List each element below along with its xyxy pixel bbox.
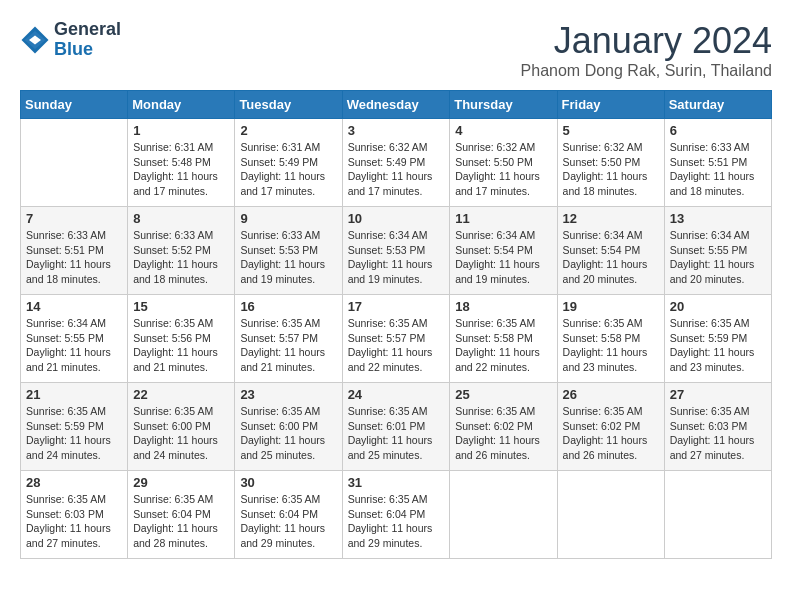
calendar-cell: 26Sunrise: 6:35 AM Sunset: 6:02 PM Dayli… <box>557 383 664 471</box>
day-info: Sunrise: 6:35 AM Sunset: 6:04 PM Dayligh… <box>348 492 445 551</box>
weekday-header-saturday: Saturday <box>664 91 771 119</box>
logo-text: General Blue <box>54 20 121 60</box>
calendar-cell: 30Sunrise: 6:35 AM Sunset: 6:04 PM Dayli… <box>235 471 342 559</box>
weekday-header-monday: Monday <box>128 91 235 119</box>
calendar-week-row: 1Sunrise: 6:31 AM Sunset: 5:48 PM Daylig… <box>21 119 772 207</box>
day-info: Sunrise: 6:35 AM Sunset: 5:59 PM Dayligh… <box>670 316 766 375</box>
calendar-cell: 9Sunrise: 6:33 AM Sunset: 5:53 PM Daylig… <box>235 207 342 295</box>
day-info: Sunrise: 6:34 AM Sunset: 5:53 PM Dayligh… <box>348 228 445 287</box>
day-info: Sunrise: 6:35 AM Sunset: 6:04 PM Dayligh… <box>133 492 229 551</box>
day-number: 5 <box>563 123 659 138</box>
weekday-header-friday: Friday <box>557 91 664 119</box>
calendar-cell: 23Sunrise: 6:35 AM Sunset: 6:00 PM Dayli… <box>235 383 342 471</box>
weekday-header-wednesday: Wednesday <box>342 91 450 119</box>
location: Phanom Dong Rak, Surin, Thailand <box>521 62 772 80</box>
weekday-header-tuesday: Tuesday <box>235 91 342 119</box>
calendar-cell: 4Sunrise: 6:32 AM Sunset: 5:50 PM Daylig… <box>450 119 557 207</box>
weekday-header-thursday: Thursday <box>450 91 557 119</box>
calendar-cell: 17Sunrise: 6:35 AM Sunset: 5:57 PM Dayli… <box>342 295 450 383</box>
day-number: 24 <box>348 387 445 402</box>
weekday-header-sunday: Sunday <box>21 91 128 119</box>
calendar-cell: 18Sunrise: 6:35 AM Sunset: 5:58 PM Dayli… <box>450 295 557 383</box>
day-number: 28 <box>26 475 122 490</box>
day-info: Sunrise: 6:35 AM Sunset: 6:00 PM Dayligh… <box>133 404 229 463</box>
day-info: Sunrise: 6:32 AM Sunset: 5:50 PM Dayligh… <box>563 140 659 199</box>
day-info: Sunrise: 6:35 AM Sunset: 6:01 PM Dayligh… <box>348 404 445 463</box>
day-number: 25 <box>455 387 551 402</box>
day-info: Sunrise: 6:35 AM Sunset: 6:02 PM Dayligh… <box>455 404 551 463</box>
day-info: Sunrise: 6:34 AM Sunset: 5:55 PM Dayligh… <box>670 228 766 287</box>
day-number: 30 <box>240 475 336 490</box>
day-number: 11 <box>455 211 551 226</box>
day-number: 26 <box>563 387 659 402</box>
day-info: Sunrise: 6:35 AM Sunset: 6:03 PM Dayligh… <box>670 404 766 463</box>
day-number: 3 <box>348 123 445 138</box>
calendar-cell: 6Sunrise: 6:33 AM Sunset: 5:51 PM Daylig… <box>664 119 771 207</box>
day-info: Sunrise: 6:34 AM Sunset: 5:54 PM Dayligh… <box>563 228 659 287</box>
day-number: 17 <box>348 299 445 314</box>
page-header: General Blue January 2024 Phanom Dong Ra… <box>20 20 772 80</box>
day-info: Sunrise: 6:35 AM Sunset: 5:59 PM Dayligh… <box>26 404 122 463</box>
calendar-cell: 28Sunrise: 6:35 AM Sunset: 6:03 PM Dayli… <box>21 471 128 559</box>
day-number: 31 <box>348 475 445 490</box>
calendar-cell: 31Sunrise: 6:35 AM Sunset: 6:04 PM Dayli… <box>342 471 450 559</box>
day-number: 8 <box>133 211 229 226</box>
calendar-cell <box>664 471 771 559</box>
day-info: Sunrise: 6:35 AM Sunset: 5:56 PM Dayligh… <box>133 316 229 375</box>
calendar-week-row: 28Sunrise: 6:35 AM Sunset: 6:03 PM Dayli… <box>21 471 772 559</box>
day-info: Sunrise: 6:33 AM Sunset: 5:51 PM Dayligh… <box>26 228 122 287</box>
calendar-cell: 10Sunrise: 6:34 AM Sunset: 5:53 PM Dayli… <box>342 207 450 295</box>
day-number: 14 <box>26 299 122 314</box>
day-number: 15 <box>133 299 229 314</box>
calendar-cell: 8Sunrise: 6:33 AM Sunset: 5:52 PM Daylig… <box>128 207 235 295</box>
day-number: 23 <box>240 387 336 402</box>
calendar-cell: 27Sunrise: 6:35 AM Sunset: 6:03 PM Dayli… <box>664 383 771 471</box>
calendar-cell: 24Sunrise: 6:35 AM Sunset: 6:01 PM Dayli… <box>342 383 450 471</box>
month-title: January 2024 <box>521 20 772 62</box>
day-info: Sunrise: 6:34 AM Sunset: 5:54 PM Dayligh… <box>455 228 551 287</box>
day-number: 19 <box>563 299 659 314</box>
day-info: Sunrise: 6:35 AM Sunset: 5:57 PM Dayligh… <box>348 316 445 375</box>
calendar-week-row: 7Sunrise: 6:33 AM Sunset: 5:51 PM Daylig… <box>21 207 772 295</box>
calendar-cell: 12Sunrise: 6:34 AM Sunset: 5:54 PM Dayli… <box>557 207 664 295</box>
calendar-cell: 16Sunrise: 6:35 AM Sunset: 5:57 PM Dayli… <box>235 295 342 383</box>
day-number: 6 <box>670 123 766 138</box>
day-info: Sunrise: 6:31 AM Sunset: 5:48 PM Dayligh… <box>133 140 229 199</box>
calendar-cell <box>450 471 557 559</box>
day-number: 18 <box>455 299 551 314</box>
day-number: 27 <box>670 387 766 402</box>
day-info: Sunrise: 6:35 AM Sunset: 6:00 PM Dayligh… <box>240 404 336 463</box>
calendar-cell: 15Sunrise: 6:35 AM Sunset: 5:56 PM Dayli… <box>128 295 235 383</box>
day-info: Sunrise: 6:35 AM Sunset: 6:03 PM Dayligh… <box>26 492 122 551</box>
day-number: 1 <box>133 123 229 138</box>
day-info: Sunrise: 6:35 AM Sunset: 5:57 PM Dayligh… <box>240 316 336 375</box>
logo: General Blue <box>20 20 121 60</box>
day-number: 22 <box>133 387 229 402</box>
day-number: 16 <box>240 299 336 314</box>
day-number: 20 <box>670 299 766 314</box>
day-info: Sunrise: 6:34 AM Sunset: 5:55 PM Dayligh… <box>26 316 122 375</box>
day-number: 9 <box>240 211 336 226</box>
calendar-cell: 1Sunrise: 6:31 AM Sunset: 5:48 PM Daylig… <box>128 119 235 207</box>
calendar-cell: 22Sunrise: 6:35 AM Sunset: 6:00 PM Dayli… <box>128 383 235 471</box>
calendar-cell: 3Sunrise: 6:32 AM Sunset: 5:49 PM Daylig… <box>342 119 450 207</box>
day-info: Sunrise: 6:35 AM Sunset: 6:02 PM Dayligh… <box>563 404 659 463</box>
calendar-cell: 29Sunrise: 6:35 AM Sunset: 6:04 PM Dayli… <box>128 471 235 559</box>
calendar-cell: 14Sunrise: 6:34 AM Sunset: 5:55 PM Dayli… <box>21 295 128 383</box>
day-info: Sunrise: 6:35 AM Sunset: 6:04 PM Dayligh… <box>240 492 336 551</box>
calendar-week-row: 14Sunrise: 6:34 AM Sunset: 5:55 PM Dayli… <box>21 295 772 383</box>
day-number: 29 <box>133 475 229 490</box>
day-number: 21 <box>26 387 122 402</box>
calendar-cell: 11Sunrise: 6:34 AM Sunset: 5:54 PM Dayli… <box>450 207 557 295</box>
title-block: January 2024 Phanom Dong Rak, Surin, Tha… <box>521 20 772 80</box>
calendar-cell: 7Sunrise: 6:33 AM Sunset: 5:51 PM Daylig… <box>21 207 128 295</box>
calendar-table: SundayMondayTuesdayWednesdayThursdayFrid… <box>20 90 772 559</box>
day-info: Sunrise: 6:31 AM Sunset: 5:49 PM Dayligh… <box>240 140 336 199</box>
calendar-cell: 25Sunrise: 6:35 AM Sunset: 6:02 PM Dayli… <box>450 383 557 471</box>
calendar-cell: 13Sunrise: 6:34 AM Sunset: 5:55 PM Dayli… <box>664 207 771 295</box>
calendar-cell <box>557 471 664 559</box>
day-info: Sunrise: 6:32 AM Sunset: 5:49 PM Dayligh… <box>348 140 445 199</box>
day-number: 13 <box>670 211 766 226</box>
calendar-cell: 19Sunrise: 6:35 AM Sunset: 5:58 PM Dayli… <box>557 295 664 383</box>
day-info: Sunrise: 6:35 AM Sunset: 5:58 PM Dayligh… <box>455 316 551 375</box>
